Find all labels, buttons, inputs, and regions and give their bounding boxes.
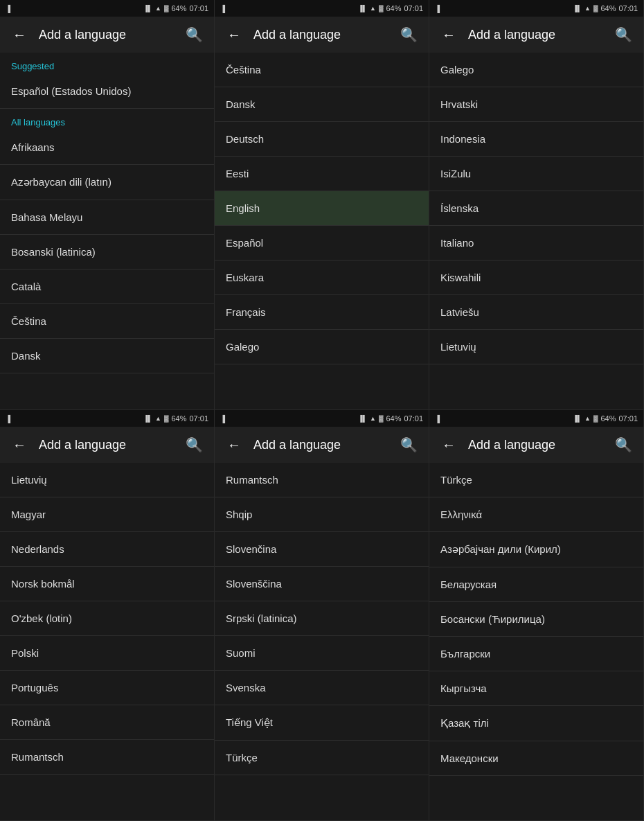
search-icon[interactable]: 🔍 [615, 436, 632, 453]
language-item[interactable]: Čeština [215, 53, 429, 87]
language-item[interactable]: Italiano [429, 226, 643, 261]
notification-icon: ▐ [6, 5, 10, 12]
language-item[interactable]: Deutsch [215, 122, 429, 157]
language-item[interactable]: Galego [429, 53, 643, 87]
status-bar: ▐ ▐▌ ▲ ▓ 64% 07:01 [215, 410, 429, 427]
search-icon[interactable]: 🔍 [186, 26, 203, 43]
language-item[interactable]: Slovenščina [215, 567, 429, 601]
wifi-icon: ▲ [584, 415, 591, 422]
status-bar: ▐ ▐▌ ▲ ▓ 64% 07:01 [0, 0, 214, 17]
language-item[interactable]: Norsk bokmål [0, 567, 214, 601]
language-item[interactable]: Rumantsch [215, 463, 429, 497]
status-bar: ▐ ▐▌ ▲ ▓ 64% 07:01 [429, 410, 643, 427]
language-item[interactable]: Suomi [215, 636, 429, 671]
language-item[interactable]: Magyar [0, 497, 214, 532]
battery-pct: 64% [171, 4, 186, 12]
notification-icon: ▐ [435, 415, 440, 423]
battery-icon: ▓ [164, 5, 169, 12]
language-item[interactable]: Português [0, 671, 214, 705]
language-item[interactable]: Română [0, 705, 214, 740]
language-item[interactable]: Eesti [215, 157, 429, 191]
search-icon[interactable]: 🔍 [400, 26, 418, 43]
time: 07:01 [618, 414, 638, 423]
language-item[interactable]: Azərbaycan dili (latın) [0, 165, 214, 200]
language-item[interactable]: IsiZulu [429, 157, 643, 191]
language-item[interactable]: Afrikaans [0, 130, 214, 165]
language-item[interactable]: Български [429, 637, 643, 671]
status-right-info: ▐▌ ▲ ▓ 64% 07:01 [143, 414, 208, 423]
language-item[interactable]: Svenska [215, 671, 429, 705]
battery-icon: ▓ [593, 415, 598, 422]
language-item[interactable]: Latviešu [429, 295, 643, 330]
language-item[interactable]: Lietuvių [429, 330, 643, 364]
status-right-info: ▐▌ ▲ ▓ 64% 07:01 [358, 414, 423, 423]
language-item[interactable]: Азәрбајчан дили (Кирил) [429, 532, 643, 567]
search-icon[interactable]: 🔍 [186, 436, 203, 453]
language-list: SuggestedEspañol (Estados Unidos)All lan… [0, 53, 214, 409]
notification-icon: ▐ [435, 5, 440, 12]
search-icon[interactable]: 🔍 [615, 26, 632, 43]
language-item[interactable]: Slovenčina [215, 532, 429, 567]
language-item[interactable]: Bahasa Melayu [0, 200, 214, 235]
panel-1: ▐ ▐▌ ▲ ▓ 64% 07:01 ← Add a language 🔍 Su… [0, 0, 215, 410]
section-label-2: All languages [0, 109, 214, 130]
language-item[interactable]: Ελληνικά [429, 497, 643, 532]
language-item[interactable]: O'zbek (lotin) [0, 601, 214, 636]
back-button[interactable]: ← [226, 27, 242, 43]
language-item[interactable]: Català [0, 270, 214, 304]
app-title: Add a language [253, 438, 389, 452]
back-button[interactable]: ← [226, 437, 242, 453]
wifi-icon: ▲ [155, 5, 161, 12]
language-item[interactable]: Босански (Ћирилица) [429, 602, 643, 637]
time: 07:01 [404, 414, 423, 423]
section-label-0: Suggested [0, 53, 214, 74]
app-title: Add a language [253, 28, 389, 42]
status-left-icons: ▐ [435, 415, 573, 423]
back-button[interactable]: ← [440, 437, 457, 453]
language-item[interactable]: Türkçe [215, 741, 429, 775]
app-bar: ← Add a language 🔍 [429, 17, 643, 53]
battery-pct: 64% [386, 414, 401, 423]
language-list: GalegoHrvatskiIndonesiaIsiZuluÍslenskaIt… [429, 53, 643, 409]
language-item[interactable]: Bosanski (latinica) [0, 235, 214, 270]
back-button[interactable]: ← [11, 437, 28, 453]
language-item[interactable]: Srpski (latinica) [215, 601, 429, 636]
status-bar: ▐ ▐▌ ▲ ▓ 64% 07:01 [429, 0, 643, 17]
language-item[interactable]: Dansk [0, 339, 214, 373]
language-item[interactable]: Indonesia [429, 122, 643, 157]
language-item[interactable]: Türkçe [429, 463, 643, 497]
language-item[interactable]: Nederlands [0, 532, 214, 567]
signal-icon: ▐▌ [358, 5, 367, 12]
language-item[interactable]: English [215, 191, 429, 226]
back-button[interactable]: ← [440, 27, 457, 43]
back-button[interactable]: ← [11, 27, 28, 43]
language-item[interactable]: Tiếng Việt [215, 705, 429, 741]
language-item[interactable]: Shqip [215, 497, 429, 532]
language-item[interactable]: Dansk [215, 87, 429, 122]
language-item[interactable]: Español (Estados Unidos) [0, 74, 214, 109]
language-item[interactable]: Беларуская [429, 567, 643, 602]
language-item[interactable]: Íslenska [429, 191, 643, 226]
language-item[interactable]: Français [215, 295, 429, 330]
language-item[interactable]: Қазақ тілі [429, 706, 643, 741]
language-item[interactable]: Македонски [429, 741, 643, 776]
language-list: ČeštinaDanskDeutschEestiEnglishEspañolEu… [215, 53, 429, 409]
language-item[interactable]: Español [215, 226, 429, 261]
language-item[interactable]: Hrvatski [429, 87, 643, 122]
time: 07:01 [404, 4, 423, 12]
status-right-info: ▐▌ ▲ ▓ 64% 07:01 [143, 4, 208, 12]
search-icon[interactable]: 🔍 [400, 436, 418, 453]
status-left-icons: ▐ [6, 415, 143, 423]
language-item[interactable]: Euskara [215, 261, 429, 295]
language-item[interactable]: Rumantsch [0, 740, 214, 775]
language-item[interactable]: Kiswahili [429, 261, 643, 295]
language-item[interactable]: Galego [215, 330, 429, 364]
time: 07:01 [189, 4, 208, 12]
panel-3: ▐ ▐▌ ▲ ▓ 64% 07:01 ← Add a language 🔍 Ga… [429, 0, 644, 410]
status-right-info: ▐▌ ▲ ▓ 64% 07:01 [573, 414, 638, 423]
language-item[interactable]: Кыргызча [429, 671, 643, 706]
language-item[interactable]: Lietuvių [0, 463, 214, 497]
battery-icon: ▓ [379, 5, 384, 12]
language-item[interactable]: Čeština [0, 304, 214, 339]
language-item[interactable]: Polski [0, 636, 214, 671]
